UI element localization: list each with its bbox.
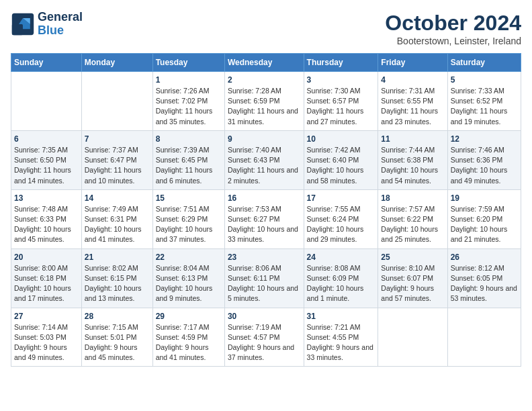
day-cell: 20Sunrise: 8:00 AMSunset: 6:18 PMDayligh… — [11, 248, 82, 308]
day-info: Sunrise: 7:39 AMSunset: 6:45 PMDaylight:… — [156, 145, 222, 186]
calendar-table: SundayMondayTuesdayWednesdayThursdayFrid… — [11, 53, 521, 367]
day-number: 23 — [228, 253, 301, 262]
day-number: 21 — [85, 253, 150, 262]
day-cell: 27Sunrise: 7:14 AMSunset: 5:03 PMDayligh… — [11, 308, 82, 367]
day-cell: 18Sunrise: 7:57 AMSunset: 6:22 PMDayligh… — [378, 189, 447, 248]
week-row-4: 20Sunrise: 8:00 AMSunset: 6:18 PMDayligh… — [11, 248, 521, 308]
day-number: 9 — [228, 134, 301, 144]
header-day-friday: Friday — [378, 54, 447, 72]
day-info: Sunrise: 7:46 AMSunset: 6:36 PMDaylight:… — [451, 145, 518, 186]
day-info: Sunrise: 7:26 AMSunset: 7:02 PMDaylight:… — [156, 86, 222, 127]
day-cell: 12Sunrise: 7:46 AMSunset: 6:36 PMDayligh… — [447, 130, 521, 189]
logo: General Blue — [11, 11, 83, 38]
day-info: Sunrise: 7:31 AMSunset: 6:55 PMDaylight:… — [381, 86, 444, 127]
day-number: 11 — [381, 134, 444, 144]
day-cell: 19Sunrise: 7:59 AMSunset: 6:20 PMDayligh… — [447, 189, 521, 248]
day-cell: 17Sunrise: 7:55 AMSunset: 6:24 PMDayligh… — [304, 189, 378, 248]
main-title: October 2024 — [385, 11, 521, 36]
day-number: 22 — [156, 253, 222, 262]
week-row-1: 1Sunrise: 7:26 AMSunset: 7:02 PMDaylight… — [11, 72, 521, 131]
day-info: Sunrise: 7:49 AMSunset: 6:31 PMDaylight:… — [85, 204, 150, 245]
day-number: 7 — [85, 134, 150, 144]
day-cell: 31Sunrise: 7:21 AMSunset: 4:55 PMDayligh… — [304, 308, 378, 367]
day-number: 8 — [156, 134, 222, 144]
day-number: 25 — [381, 253, 444, 262]
week-row-3: 13Sunrise: 7:48 AMSunset: 6:33 PMDayligh… — [11, 189, 521, 248]
day-cell: 14Sunrise: 7:49 AMSunset: 6:31 PMDayligh… — [81, 189, 152, 248]
day-number: 31 — [307, 312, 375, 321]
day-info: Sunrise: 8:08 AMSunset: 6:09 PMDaylight:… — [307, 263, 375, 304]
logo-text: General Blue — [38, 11, 83, 38]
day-number: 1 — [156, 75, 222, 85]
day-info: Sunrise: 7:42 AMSunset: 6:40 PMDaylight:… — [307, 145, 375, 186]
day-number: 19 — [451, 193, 518, 203]
day-cell: 1Sunrise: 7:26 AMSunset: 7:02 PMDaylight… — [152, 72, 224, 131]
day-cell — [11, 72, 82, 131]
day-number: 10 — [307, 134, 375, 144]
day-number: 18 — [381, 193, 444, 203]
day-number: 15 — [156, 193, 222, 203]
day-cell: 28Sunrise: 7:15 AMSunset: 5:01 PMDayligh… — [81, 308, 152, 367]
day-info: Sunrise: 8:00 AMSunset: 6:18 PMDaylight:… — [14, 263, 79, 304]
day-cell — [447, 308, 521, 367]
day-cell: 3Sunrise: 7:30 AMSunset: 6:57 PMDaylight… — [304, 72, 378, 131]
day-info: Sunrise: 7:55 AMSunset: 6:24 PMDaylight:… — [307, 204, 375, 245]
day-info: Sunrise: 7:37 AMSunset: 6:47 PMDaylight:… — [85, 145, 150, 186]
day-info: Sunrise: 7:53 AMSunset: 6:27 PMDaylight:… — [228, 204, 301, 245]
day-number: 14 — [85, 193, 150, 203]
day-number: 28 — [85, 312, 150, 321]
day-cell: 30Sunrise: 7:19 AMSunset: 4:57 PMDayligh… — [224, 308, 304, 367]
svg-rect-3 — [12, 24, 23, 35]
day-info: Sunrise: 8:10 AMSunset: 6:07 PMDaylight:… — [381, 263, 444, 304]
day-info: Sunrise: 7:19 AMSunset: 4:57 PMDaylight:… — [228, 322, 301, 363]
title-area: October 2024 Booterstown, Leinster, Irel… — [385, 11, 521, 46]
day-info: Sunrise: 8:12 AMSunset: 6:05 PMDaylight:… — [451, 263, 518, 304]
logo-icon — [11, 12, 35, 36]
day-cell: 8Sunrise: 7:39 AMSunset: 6:45 PMDaylight… — [152, 130, 224, 189]
day-number: 26 — [451, 253, 518, 262]
day-number: 3 — [307, 75, 375, 85]
day-number: 13 — [14, 193, 79, 203]
day-info: Sunrise: 7:30 AMSunset: 6:57 PMDaylight:… — [307, 86, 375, 127]
header-row: SundayMondayTuesdayWednesdayThursdayFrid… — [11, 54, 521, 72]
header-day-wednesday: Wednesday — [224, 54, 304, 72]
day-number: 17 — [307, 193, 375, 203]
day-info: Sunrise: 7:33 AMSunset: 6:52 PMDaylight:… — [451, 86, 518, 127]
week-row-5: 27Sunrise: 7:14 AMSunset: 5:03 PMDayligh… — [11, 308, 521, 367]
day-info: Sunrise: 7:57 AMSunset: 6:22 PMDaylight:… — [381, 204, 444, 245]
day-info: Sunrise: 7:21 AMSunset: 4:55 PMDaylight:… — [307, 322, 375, 363]
day-cell: 7Sunrise: 7:37 AMSunset: 6:47 PMDaylight… — [81, 130, 152, 189]
day-cell: 16Sunrise: 7:53 AMSunset: 6:27 PMDayligh… — [224, 189, 304, 248]
day-info: Sunrise: 7:28 AMSunset: 6:59 PMDaylight:… — [228, 86, 301, 127]
day-number: 27 — [14, 312, 79, 321]
day-info: Sunrise: 7:59 AMSunset: 6:20 PMDaylight:… — [451, 204, 518, 245]
day-info: Sunrise: 8:02 AMSunset: 6:15 PMDaylight:… — [85, 263, 150, 304]
day-number: 16 — [228, 193, 301, 203]
day-cell: 13Sunrise: 7:48 AMSunset: 6:33 PMDayligh… — [11, 189, 82, 248]
subtitle: Booterstown, Leinster, Ireland — [385, 36, 521, 46]
day-number: 12 — [451, 134, 518, 144]
day-cell: 15Sunrise: 7:51 AMSunset: 6:29 PMDayligh… — [152, 189, 224, 248]
header-day-tuesday: Tuesday — [152, 54, 224, 72]
day-cell: 24Sunrise: 8:08 AMSunset: 6:09 PMDayligh… — [304, 248, 378, 308]
day-info: Sunrise: 7:51 AMSunset: 6:29 PMDaylight:… — [156, 204, 222, 245]
day-cell: 26Sunrise: 8:12 AMSunset: 6:05 PMDayligh… — [447, 248, 521, 308]
day-info: Sunrise: 7:15 AMSunset: 5:01 PMDaylight:… — [85, 322, 150, 363]
day-cell: 29Sunrise: 7:17 AMSunset: 4:59 PMDayligh… — [152, 308, 224, 367]
header-day-sunday: Sunday — [11, 54, 82, 72]
day-cell: 10Sunrise: 7:42 AMSunset: 6:40 PMDayligh… — [304, 130, 378, 189]
week-row-2: 6Sunrise: 7:35 AMSunset: 6:50 PMDaylight… — [11, 130, 521, 189]
header-day-monday: Monday — [81, 54, 152, 72]
day-number: 5 — [451, 75, 518, 85]
day-cell: 4Sunrise: 7:31 AMSunset: 6:55 PMDaylight… — [378, 72, 447, 131]
day-cell: 6Sunrise: 7:35 AMSunset: 6:50 PMDaylight… — [11, 130, 82, 189]
day-cell — [378, 308, 447, 367]
day-cell: 21Sunrise: 8:02 AMSunset: 6:15 PMDayligh… — [81, 248, 152, 308]
day-number: 4 — [381, 75, 444, 85]
header: General Blue October 2024 Booterstown, L… — [11, 11, 521, 46]
day-cell — [81, 72, 152, 131]
day-number: 6 — [14, 134, 79, 144]
day-cell: 22Sunrise: 8:04 AMSunset: 6:13 PMDayligh… — [152, 248, 224, 308]
day-number: 2 — [228, 75, 301, 85]
day-info: Sunrise: 7:44 AMSunset: 6:38 PMDaylight:… — [381, 145, 444, 186]
